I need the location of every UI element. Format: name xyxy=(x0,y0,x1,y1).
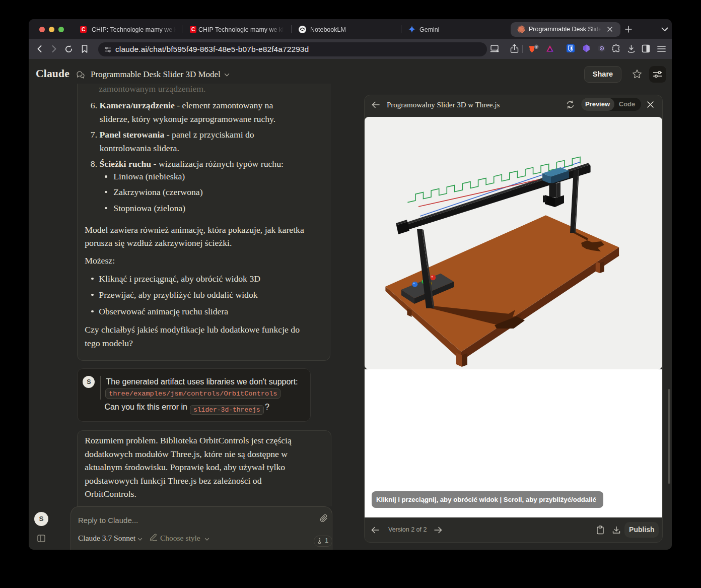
svg-text:C: C xyxy=(82,27,85,32)
svg-text:2: 2 xyxy=(535,45,537,49)
svg-text:C: C xyxy=(191,27,195,32)
